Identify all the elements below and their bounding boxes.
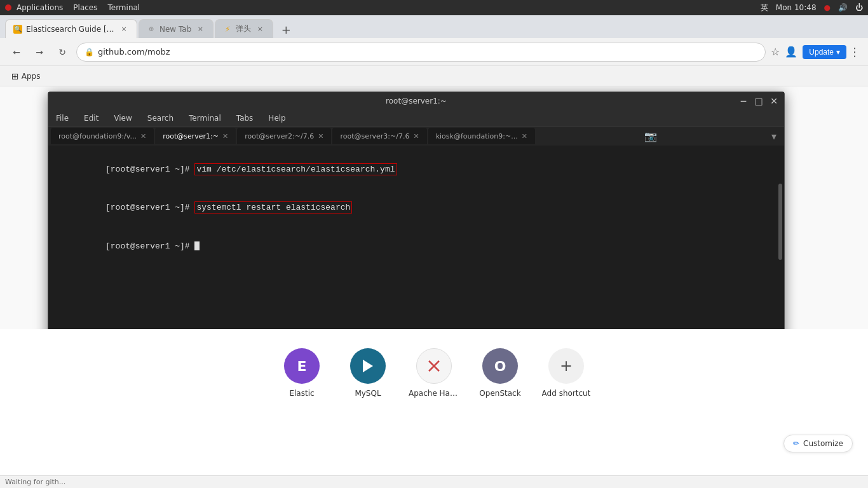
address-text: github.com/mobz: [98, 47, 170, 57]
menu-terminal[interactable]: Terminal: [186, 112, 224, 124]
browser-tab-1[interactable]: 🔍 Elasticsearch Guide [7.6] ×: [5, 19, 137, 38]
elastic-icon: E: [284, 348, 320, 384]
terminal-tab4-close[interactable]: ✕: [413, 132, 419, 140]
mysql-icon: [350, 348, 386, 384]
update-chevron: ▾: [836, 48, 840, 57]
terminal-line-2: [root@server1 ~]# systemctl restart elas…: [56, 189, 776, 227]
terminal-line-3: [root@server1 ~]#: [56, 227, 776, 265]
terminal-prompt-1: [root@server1 ~]#: [105, 165, 194, 174]
apps-grid-icon: ⊞: [11, 71, 19, 81]
browser-window: 🔍 Elasticsearch Guide [7.6] × ⊕ New Tab …: [0, 15, 868, 488]
status-bar: Waiting for gith...: [0, 475, 868, 488]
browser-menu-button[interactable]: ⋮: [849, 45, 860, 58]
terminal-command-2: systemctl restart elasticsearch: [194, 201, 352, 214]
tab1-favicon: 🔍: [13, 25, 22, 34]
bookmarks-bar: ⊞ Apps: [0, 66, 868, 86]
tab3-favicon: ⚡: [223, 25, 232, 34]
scrollbar-thumb[interactable]: [778, 184, 782, 260]
tab2-label: New Tab: [159, 25, 191, 34]
tab1-label: Elasticsearch Guide [7.6]: [26, 25, 115, 34]
terminal-tabs-bar: root@foundation9:/v... ✕ root@server1:~ …: [48, 126, 784, 146]
tab1-close[interactable]: ×: [119, 24, 129, 34]
add-shortcut-label: Add shortcut: [542, 389, 591, 398]
terminal-tab2-label: root@server1:~: [163, 132, 219, 140]
terminal-photo-icon[interactable]: 📷: [639, 130, 662, 142]
pencil-icon: ✏: [793, 439, 799, 448]
terminal-tab1-close[interactable]: ✕: [140, 132, 146, 140]
browser-tab-2[interactable]: ⊕ New Tab ×: [139, 19, 214, 38]
terminal-tab2-close[interactable]: ✕: [222, 132, 228, 140]
update-label: Update: [809, 48, 834, 57]
tab2-favicon: ⊕: [147, 25, 156, 34]
maximize-button[interactable]: □: [754, 96, 764, 106]
applications-label: Applications: [17, 3, 63, 12]
update-button[interactable]: Update ▾: [803, 45, 846, 59]
new-tab-button[interactable]: +: [277, 20, 295, 38]
menu-file[interactable]: File: [53, 112, 71, 124]
terminal-tab5-label: kiosk@foundation9:~...: [436, 132, 518, 140]
terminal-tab1-label: root@foundation9:/v...: [58, 132, 137, 140]
shortcut-add[interactable]: + Add shortcut: [541, 348, 592, 398]
tab2-close[interactable]: ×: [195, 24, 205, 34]
volume-icon[interactable]: 🔊: [838, 3, 848, 12]
tab3-close[interactable]: ×: [255, 24, 265, 34]
menu-tabs[interactable]: Tabs: [234, 112, 256, 124]
applications-menu[interactable]: Applications: [5, 3, 63, 12]
back-button[interactable]: ←: [8, 43, 25, 61]
minimize-button[interactable]: ─: [738, 96, 749, 106]
power-icon[interactable]: ⏻: [855, 3, 863, 12]
terminal-add-tab[interactable]: ▾: [766, 130, 782, 142]
terminal-menu-bar: File Edit View Search Terminal Tabs Help: [48, 110, 784, 126]
terminal-title: root@server1:~: [386, 97, 447, 105]
clock: Mon 10:48: [776, 3, 817, 12]
star-button[interactable]: ☆: [771, 46, 780, 58]
menu-help[interactable]: Help: [266, 112, 288, 124]
terminal-titlebar: root@server1:~ ─ □ ✕: [48, 92, 784, 110]
apps-button[interactable]: ⊞ Apps: [8, 70, 44, 83]
terminal-prompt-2: [root@server1 ~]#: [105, 203, 194, 212]
terminal-tab-1[interactable]: root@foundation9:/v... ✕: [51, 128, 154, 144]
terminal-tab-3[interactable]: root@server2:~/7.6 ✕: [237, 128, 331, 144]
shortcut-elastic[interactable]: E Elastic: [276, 348, 327, 398]
openstack-label: OpenStack: [479, 389, 520, 398]
terminal-tab-4[interactable]: root@server3:~/7.6 ✕: [332, 128, 426, 144]
places-menu[interactable]: Places: [73, 3, 97, 12]
customize-button[interactable]: ✏ Customize: [783, 435, 853, 452]
apps-label: Apps: [22, 72, 41, 81]
terminal-menu[interactable]: Terminal: [107, 3, 140, 12]
nav-actions: ☆ 👤 Update ▾ ⋮: [771, 45, 860, 59]
new-tab-page: E Elastic MySQL: [0, 329, 868, 475]
language-indicator[interactable]: 英: [761, 3, 768, 13]
elastic-label: Elastic: [289, 389, 314, 398]
profile-button[interactable]: 👤: [785, 46, 797, 58]
shortcut-openstack[interactable]: O OpenStack: [475, 348, 526, 398]
address-bar[interactable]: 🔒 github.com/mobz: [76, 43, 766, 62]
close-button[interactable]: ✕: [769, 96, 779, 106]
menu-edit[interactable]: Edit: [81, 112, 101, 124]
shortcut-apache[interactable]: Apache Hado...: [409, 348, 459, 398]
recording-indicator: ●: [824, 3, 831, 12]
menu-search[interactable]: Search: [145, 112, 176, 124]
customize-label: Customize: [803, 439, 843, 448]
main-content: root@server1:~ ─ □ ✕ File Edit View Sear…: [0, 86, 868, 475]
lock-icon: 🔒: [85, 48, 94, 57]
shortcut-mysql[interactable]: MySQL: [342, 348, 393, 398]
terminal-tab3-close[interactable]: ✕: [318, 132, 323, 140]
reload-button[interactable]: ↻: [53, 43, 71, 61]
terminal-tab-2[interactable]: root@server1:~ ✕: [155, 128, 236, 144]
apache-label: Apache Hado...: [409, 389, 459, 398]
terminal-cursor: [194, 241, 200, 250]
tab3-label: 弹头: [236, 24, 251, 34]
terminal-line-1: [root@server1 ~]# vim /etc/elasticsearch…: [56, 151, 776, 188]
terminal-tab-5[interactable]: kiosk@foundation9:~... ✕: [428, 128, 535, 144]
browser-tab-3[interactable]: ⚡ 弹头 ×: [215, 19, 273, 38]
add-shortcut-icon: +: [548, 348, 584, 384]
terminal-window-controls: ─ □ ✕: [738, 96, 779, 106]
system-bar: Applications Places Terminal 英 Mon 10:48…: [0, 0, 868, 15]
system-bar-right: 英 Mon 10:48 ● 🔊 ⏻: [761, 3, 863, 13]
terminal-tab4-label: root@server3:~/7.6: [340, 132, 409, 140]
menu-view[interactable]: View: [111, 112, 134, 124]
forward-button[interactable]: →: [31, 43, 48, 61]
terminal-tab5-close[interactable]: ✕: [522, 132, 527, 140]
status-text: Waiting for gith...: [5, 478, 65, 486]
